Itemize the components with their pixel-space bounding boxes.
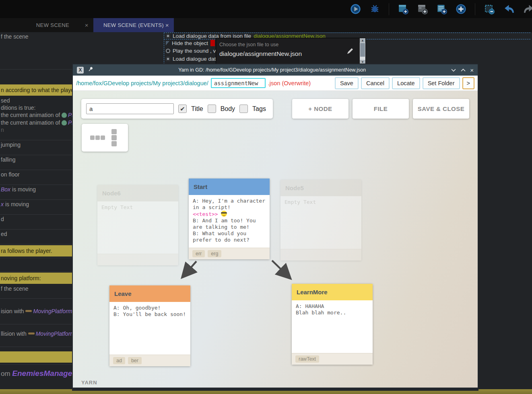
scroll-down-icon[interactable]: ▼ (360, 60, 365, 64)
event-action-hide-object[interactable]: Hide the object (166, 40, 215, 46)
set-folder-button[interactable]: Set Folder (423, 77, 460, 89)
yarn-node-start[interactable]: Start A: Hey, I'm a character in a scrip… (189, 179, 270, 259)
dialogue-text: A: Hey, I'm a character in a script! (193, 198, 265, 210)
platform-object-icon (25, 310, 32, 312)
redo-icon[interactable] (523, 4, 532, 14)
chevron-up-icon[interactable] (460, 66, 466, 74)
event-row[interactable]: om EnemiesManager (1, 369, 73, 378)
add-node-button[interactable]: + NODE (292, 99, 348, 119)
checkbox-title-checked[interactable]: ✔ (178, 105, 187, 113)
search-input[interactable] (86, 103, 174, 114)
node-title: LearnMore (292, 284, 373, 300)
tab-label: NEW SCENE (36, 22, 69, 28)
tab-new-scene[interactable]: NEW SCENE × (12, 18, 93, 32)
node-footer: err erg (189, 248, 270, 259)
condition-row[interactable]: ision with MovingPlatform (1, 308, 72, 314)
node-tag: rawText (295, 355, 319, 363)
event-row[interactable]: x is moving (1, 201, 29, 207)
arrange-widget[interactable] (82, 124, 128, 152)
dialog-pathbar: /home/fox/GDevelop projects/My project3/… (73, 76, 478, 91)
action-text: Load dialogue dat (173, 56, 216, 62)
arrange-horizontal-icon[interactable] (90, 135, 105, 140)
checkbox-body-label: Body (221, 105, 235, 113)
node-footer: ad ber (109, 355, 190, 366)
filename-input[interactable] (211, 78, 266, 88)
scroll-up-icon[interactable]: ▲ (360, 38, 365, 43)
event-row[interactable]: on floor (1, 171, 20, 178)
save-and-close-button[interactable]: SAVE & CLOSE (413, 99, 469, 119)
scrollbar-thumb[interactable] (360, 43, 365, 57)
dialog-titlebar[interactable]: X Yarn in GD: /home/fox/GDevelop project… (73, 64, 478, 76)
locate-button[interactable]: Locate (392, 77, 420, 89)
node-body: Empty Text (280, 196, 361, 249)
condition-row[interactable]: the current animation of Pl (1, 112, 73, 118)
toolbar-separator (475, 3, 475, 15)
yarn-editor-canvas[interactable]: ✔ Title Body Tags + NODE FILE SAVE & CLO… (73, 91, 478, 388)
checkbox-tags[interactable] (239, 105, 248, 113)
delete-instances-icon[interactable] (484, 4, 495, 14)
chevron-down-icon[interactable] (451, 66, 456, 74)
node-tag: ber (128, 357, 142, 364)
condition-text: llision with (1, 330, 28, 337)
action-text: Hide the object (172, 40, 208, 46)
yarn-node-leave[interactable]: Leave A: Oh, goodbye! B: You'll be back … (109, 285, 190, 366)
event-row[interactable]: sed (1, 97, 10, 104)
checkbox-body[interactable] (208, 105, 216, 113)
tab-new-scene-events[interactable]: NEW SCENE (EVENTS) × (93, 18, 174, 32)
popup-label: Choose the json file to use (219, 42, 278, 47)
gear-icon (166, 57, 170, 61)
file-button[interactable]: FILE (353, 99, 409, 119)
save-button[interactable]: Save (335, 77, 359, 89)
add-external-events-icon[interactable] (436, 4, 447, 14)
event-row[interactable]: jumping (1, 142, 21, 148)
event-action-load-json-2[interactable]: Load dialogue dat (166, 55, 216, 62)
condition-text: the current animation of (1, 119, 62, 126)
checkbox-tags-label: Tags (252, 105, 266, 113)
more-button[interactable]: > (462, 77, 474, 89)
yarn-node-node6[interactable]: Node6 Empty Text (97, 185, 178, 265)
condition-text: the current animation of (1, 112, 62, 118)
close-icon[interactable]: × (85, 22, 89, 29)
popup-json-value[interactable]: dialogue/assignmentNew.json (219, 50, 302, 57)
close-icon[interactable]: × (470, 67, 474, 73)
yarn-node-node5[interactable]: Node5 Empty Text (280, 180, 361, 261)
add-object-icon[interactable] (456, 4, 466, 14)
add-external-layout-icon[interactable] (417, 4, 428, 14)
overwrite-warning: .json (Overwrite) (268, 80, 311, 86)
dialog-title: Yarn in GD: /home/fox/GDevelop projects/… (97, 67, 447, 73)
node-body: A: Hey, I'm a character in a script! <<t… (189, 195, 270, 248)
comment-row[interactable] (0, 351, 73, 363)
event-row[interactable]: falling (1, 156, 16, 163)
condition-row[interactable]: llision with MovingPlatform (1, 330, 73, 337)
event-row[interactable]: ed (1, 231, 7, 237)
object-name: Box (1, 186, 10, 193)
node-body: Empty Text (97, 201, 178, 254)
event-row[interactable]: d (1, 216, 4, 222)
comment-row[interactable]: noving platform: (0, 273, 73, 284)
yarn-node-learnmore[interactable]: LearnMore A: HAHAHA Blah blah more.. raw… (292, 284, 373, 365)
popup-scrollbar[interactable]: ▲ ▼ (360, 38, 365, 64)
condition-row[interactable]: the current animation of Pl (1, 119, 73, 126)
arrange-vertical-icon[interactable] (111, 129, 117, 146)
action-text: om (1, 370, 12, 378)
event-row[interactable]: f the scene (1, 285, 29, 292)
node-footer: rawText (292, 353, 373, 365)
add-scene-icon[interactable] (398, 4, 408, 14)
undo-icon[interactable] (503, 4, 515, 14)
tab-label: NEW SCENE (EVENTS) (103, 22, 164, 28)
condition-text: is moving (10, 186, 36, 193)
event-row[interactable]: Box is moving (1, 186, 36, 193)
debug-icon[interactable] (369, 4, 380, 14)
comment-row[interactable]: ra follows the player. (0, 245, 73, 257)
cancel-button[interactable]: Cancel (361, 77, 390, 89)
pin-icon[interactable] (88, 66, 93, 74)
yarn-logo-icon: X (77, 67, 84, 74)
comment-text: noving platform: (1, 275, 41, 281)
comment-row[interactable]: n according to what the playe (0, 84, 73, 96)
event-action-play-sound[interactable]: Play the sound , v (166, 47, 216, 54)
event-row[interactable]: f the scene (1, 33, 29, 40)
play-icon[interactable] (350, 4, 361, 14)
edit-pencil-icon[interactable] (346, 47, 354, 57)
condition-text: ision with (1, 308, 25, 314)
close-icon[interactable]: × (165, 22, 169, 29)
